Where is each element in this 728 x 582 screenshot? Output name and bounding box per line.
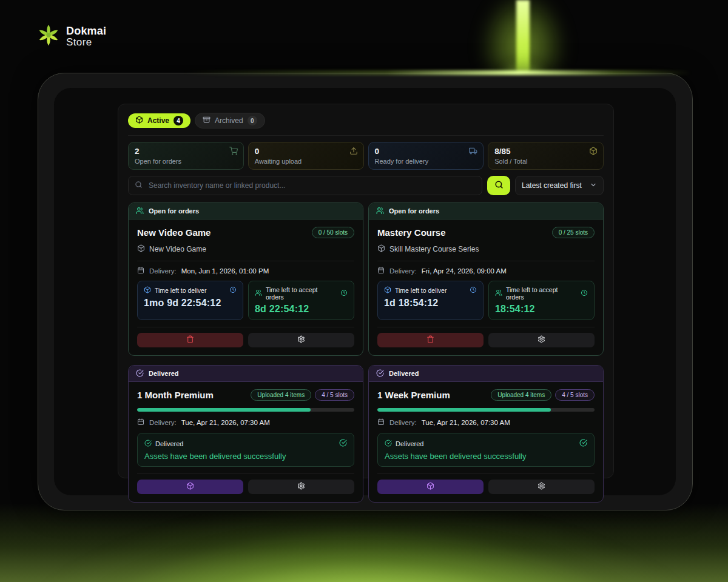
calendar-icon xyxy=(377,267,385,275)
users-icon xyxy=(495,289,502,298)
check-circle-icon xyxy=(376,369,384,378)
archive-icon xyxy=(203,116,211,125)
card-status-header: Delivered xyxy=(369,366,603,382)
stat-sold-total: 8/85 Sold / Total xyxy=(488,142,604,170)
brand-logo: Dokmai Store xyxy=(36,24,106,48)
package-icon xyxy=(589,147,598,158)
timer-value: 18:54:12 xyxy=(495,304,588,315)
delivered-status-box: Delivered Assets have been delivered suc… xyxy=(137,433,354,467)
settings-button[interactable] xyxy=(248,333,354,347)
slots-progress-fill xyxy=(377,408,551,412)
delete-button[interactable] xyxy=(377,333,484,347)
tab-active-count: 4 xyxy=(174,116,183,125)
device-screen: Active 4 Archived 0 2 Open xyxy=(54,88,676,495)
delete-button[interactable] xyxy=(137,333,243,347)
delivery-date: Tue, Apr 21, 2026, 07:30 AM xyxy=(181,419,270,426)
clock-icon xyxy=(229,286,237,295)
check-circle-icon xyxy=(144,440,152,448)
package-icon xyxy=(186,481,194,492)
check-circle-icon xyxy=(385,440,392,448)
calendar-icon xyxy=(377,418,385,427)
card-title: 1 Week Premium xyxy=(377,390,450,400)
sort-dropdown[interactable]: Latest created first xyxy=(515,176,604,195)
stat-open-for-orders: 2 Open for orders xyxy=(128,142,244,170)
cart-icon xyxy=(229,147,238,158)
settings-button[interactable] xyxy=(488,333,595,347)
search-row: Latest created first xyxy=(128,176,604,195)
delivery-date: Mon, Jun 1, 2026, 01:00 PM xyxy=(181,267,269,275)
chevron-down-icon xyxy=(590,181,597,190)
settings-button[interactable] xyxy=(488,480,595,494)
view-assets-button[interactable] xyxy=(137,480,243,494)
package-icon xyxy=(137,244,145,254)
delivery-label: Delivery: xyxy=(149,419,177,426)
search-icon xyxy=(135,180,143,191)
inventory-card: Delivered 1 Week Premium Uploaded 4 item… xyxy=(368,365,604,503)
slots-badge: 0 / 25 slots xyxy=(552,227,595,238)
card-status-label: Delivered xyxy=(389,370,419,377)
view-assets-button[interactable] xyxy=(377,480,484,494)
delivery-row: Delivery: Mon, Jun 1, 2026, 01:00 PM xyxy=(137,267,354,275)
brand-name-line1: Dokmai xyxy=(66,25,106,37)
card-status-header: Open for orders xyxy=(129,203,363,219)
tab-archived-count: 0 xyxy=(248,116,257,125)
card-title: New Video Game xyxy=(137,227,211,238)
tab-active[interactable]: Active 4 xyxy=(128,113,190,128)
timer-deliver: Time left to deliver 1mo 9d 22:54:12 xyxy=(137,281,243,320)
calendar-icon xyxy=(137,418,144,427)
clock-icon xyxy=(470,286,477,295)
stat-value: 0 xyxy=(375,147,477,156)
gear-icon xyxy=(297,481,305,492)
delivery-label: Delivery: xyxy=(389,419,417,426)
slots-badge: 4 / 5 slots xyxy=(555,389,595,401)
truck-icon xyxy=(469,147,477,158)
slots-progress-bar xyxy=(137,408,354,412)
stat-label: Ready for delivery xyxy=(375,158,477,165)
users-icon xyxy=(376,207,384,216)
inventory-panel: Active 4 Archived 0 2 Open xyxy=(118,104,614,478)
delivery-label: Delivery: xyxy=(149,267,177,275)
gear-icon xyxy=(538,481,545,492)
slots-progress-fill xyxy=(137,408,311,412)
timer-label: Time left to accept orders xyxy=(266,286,333,301)
package-icon xyxy=(426,481,434,492)
delivery-date: Fri, Apr 24, 2026, 09:00 AM xyxy=(422,267,507,275)
settings-button[interactable] xyxy=(248,480,354,494)
search-box xyxy=(128,176,482,195)
status-box-message: Assets have been delivered successfully xyxy=(144,452,347,461)
timer-deliver: Time left to deliver 1d 18:54:12 xyxy=(377,281,484,320)
trash-icon xyxy=(186,335,194,346)
stat-value: 8/85 xyxy=(494,147,597,156)
delivery-label: Delivery: xyxy=(389,267,417,275)
status-box-title: Delivered xyxy=(396,440,423,447)
bottom-haze xyxy=(0,503,728,582)
clock-icon xyxy=(581,289,588,298)
search-icon xyxy=(494,180,504,192)
timer-value: 1d 18:54:12 xyxy=(384,298,477,309)
users-icon xyxy=(136,207,144,216)
check-circle-icon xyxy=(339,439,347,448)
slots-progress-bar xyxy=(377,408,595,412)
upload-icon xyxy=(349,147,358,158)
inventory-card: Open for orders New Video Game 0 / 50 sl… xyxy=(128,202,363,356)
timer-label: Time left to deliver xyxy=(395,287,447,294)
tab-archived-label: Archived xyxy=(215,116,243,125)
card-status-label: Open for orders xyxy=(149,207,199,215)
status-box-title: Delivered xyxy=(155,440,183,447)
card-title: 1 Month Premium xyxy=(137,390,214,400)
status-box-message: Assets have been delivered successfully xyxy=(385,452,587,461)
frame-top-edge-glow xyxy=(182,70,692,75)
package-icon xyxy=(135,116,143,125)
uploaded-badge: Uploaded 4 items xyxy=(491,389,551,401)
search-input[interactable] xyxy=(147,181,476,190)
tabs-bar: Active 4 Archived 0 xyxy=(128,113,604,136)
card-status-label: Open for orders xyxy=(389,207,439,215)
linked-product-name: New Video Game xyxy=(149,245,206,253)
slots-badge: 4 / 5 slots xyxy=(315,389,354,401)
stat-value: 0 xyxy=(255,147,357,156)
card-status-label: Delivered xyxy=(149,370,179,377)
timer-accept: Time left to accept orders 18:54:12 xyxy=(488,281,595,320)
delivery-row: Delivery: Tue, Apr 21, 2026, 07:30 AM xyxy=(377,418,595,427)
search-button[interactable] xyxy=(487,176,510,195)
tab-archived[interactable]: Archived 0 xyxy=(195,113,265,129)
